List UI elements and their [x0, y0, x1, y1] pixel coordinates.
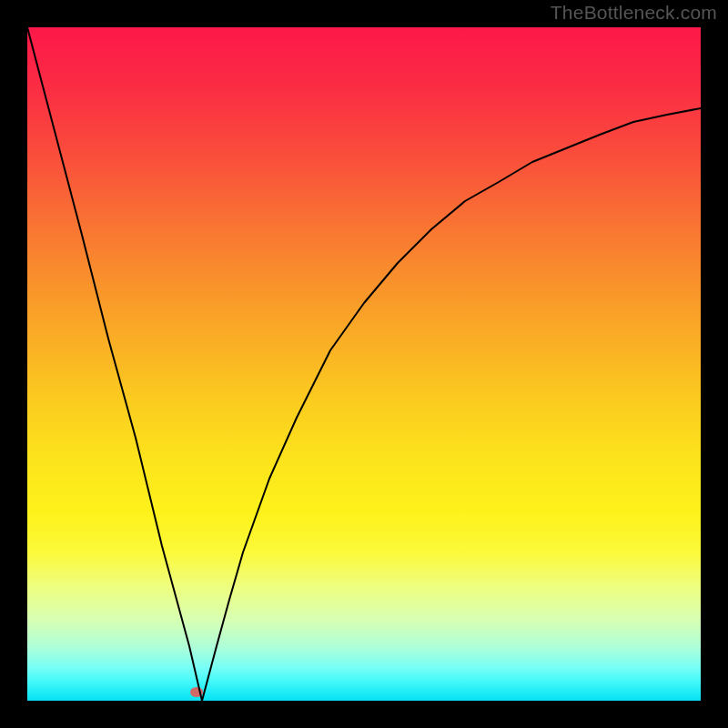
plot-area	[27, 27, 701, 701]
bottleneck-curve	[27, 27, 701, 701]
chart-container: TheBottleneck.com	[0, 0, 728, 728]
watermark-text: TheBottleneck.com	[551, 2, 717, 24]
curve-path	[27, 27, 701, 701]
